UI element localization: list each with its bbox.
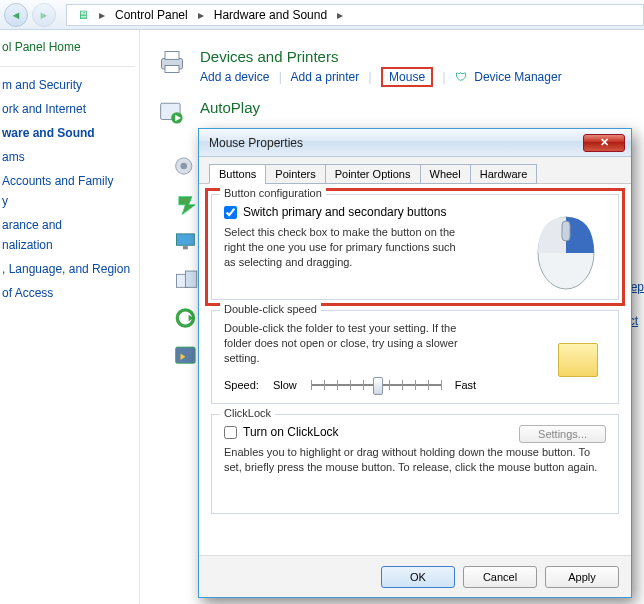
svg-rect-14	[176, 347, 196, 363]
tab-hardware[interactable]: Hardware	[470, 164, 538, 184]
folder-icon[interactable]	[558, 343, 598, 377]
cancel-button[interactable]: Cancel	[463, 566, 537, 588]
tab-wheel[interactable]: Wheel	[420, 164, 471, 184]
clicklock-legend: ClickLock	[220, 407, 275, 419]
button-config-legend: Button configuration	[220, 187, 326, 199]
clicklock-checkbox[interactable]	[224, 426, 237, 439]
breadcrumb[interactable]: 🖥 ▸ Control Panel ▸ Hardware and Sound ▸	[66, 4, 644, 26]
sidebar-item-network-internet[interactable]: ork and Internet	[0, 97, 135, 121]
switch-buttons-label: Switch primary and secondary buttons	[243, 205, 446, 219]
sidebar-item-system-security[interactable]: m and Security	[0, 73, 135, 97]
ok-button[interactable]: OK	[381, 566, 455, 588]
tab-pointers[interactable]: Pointers	[265, 164, 325, 184]
tab-buttons[interactable]: Buttons	[209, 164, 266, 184]
svg-rect-11	[185, 271, 196, 287]
sidebar-item-clock-language-region[interactable]: , Language, and Region	[0, 257, 135, 281]
address-bar: ◄ ► 🖥 ▸ Control Panel ▸ Hardware and Sou…	[0, 0, 644, 30]
tab-body: Button configuration Switch primary and …	[199, 184, 631, 532]
switch-buttons-checkbox[interactable]	[224, 206, 237, 219]
forward-button[interactable]: ►	[32, 3, 56, 27]
highlight-mouse: Mouse	[381, 67, 433, 87]
group-button-configuration: Button configuration Switch primary and …	[211, 194, 619, 300]
devices-printers-title[interactable]: Devices and Printers	[200, 48, 562, 65]
sidebar-item-personalization[interactable]: nalization	[0, 233, 135, 257]
button-config-desc: Select this check box to make the button…	[224, 225, 464, 270]
mouse-image	[526, 209, 606, 289]
svg-rect-9	[183, 246, 188, 249]
crumb-control-panel[interactable]: Control Panel	[111, 6, 192, 24]
svg-point-7	[181, 163, 188, 170]
back-button[interactable]: ◄	[4, 3, 28, 27]
autoplay-title[interactable]: AutoPlay	[200, 99, 260, 116]
tab-strip: Buttons Pointers Pointer Options Wheel H…	[199, 157, 631, 184]
section-autoplay: AutoPlay	[158, 99, 636, 127]
printer-icon	[158, 48, 186, 76]
group-clicklock: ClickLock Settings... Turn on ClickLock …	[211, 414, 619, 514]
close-button[interactable]: ✕	[583, 134, 625, 152]
svg-rect-8	[176, 234, 194, 245]
svg-rect-16	[562, 221, 570, 241]
dblclick-legend: Double-click speed	[220, 303, 321, 315]
sidebar-item-programs[interactable]: ams	[0, 145, 135, 169]
sidebar-item-safety[interactable]: y	[0, 189, 135, 213]
section-devices-printers: Devices and Printers Add a device | Add …	[158, 48, 636, 87]
slow-label: Slow	[273, 379, 297, 391]
tab-pointer-options[interactable]: Pointer Options	[325, 164, 421, 184]
dialog-title: Mouse Properties	[209, 136, 583, 150]
crumb-hardware-sound[interactable]: Hardware and Sound	[210, 6, 331, 24]
clicklock-label: Turn on ClickLock	[243, 425, 339, 439]
speed-label: Speed:	[224, 379, 259, 391]
add-printer-link[interactable]: Add a printer	[291, 70, 360, 84]
control-panel-sidebar: ol Panel Home m and Security ork and Int…	[0, 30, 140, 604]
apply-button[interactable]: Apply	[545, 566, 619, 588]
dblclick-speed-slider[interactable]	[311, 374, 441, 396]
sidebar-item-hardware-sound[interactable]: ware and Sound	[0, 121, 135, 145]
control-panel-home-link[interactable]: ol Panel Home	[0, 40, 135, 54]
dialog-titlebar[interactable]: Mouse Properties ✕	[199, 129, 631, 157]
device-manager-link[interactable]: Device Manager	[474, 70, 561, 84]
add-device-link[interactable]: Add a device	[200, 70, 269, 84]
svg-rect-1	[165, 52, 179, 60]
shield-icon: 🛡	[455, 70, 467, 84]
clicklock-desc: Enables you to highlight or drag without…	[224, 445, 604, 475]
mouse-properties-dialog: Mouse Properties ✕ Buttons Pointers Poin…	[198, 128, 632, 598]
dialog-footer: OK Cancel Apply	[199, 555, 631, 597]
close-icon: ✕	[600, 136, 609, 149]
dblclick-desc: Double-click the folder to test your set…	[224, 321, 484, 366]
sidebar-item-ease-of-access[interactable]: of Access	[0, 281, 135, 305]
group-double-click-speed: Double-click speed Double-click the fold…	[211, 310, 619, 404]
mouse-link[interactable]: Mouse	[389, 70, 425, 84]
svg-rect-2	[165, 66, 179, 73]
autoplay-icon	[158, 99, 186, 127]
clicklock-settings-button: Settings...	[519, 425, 606, 443]
fast-label: Fast	[455, 379, 476, 391]
